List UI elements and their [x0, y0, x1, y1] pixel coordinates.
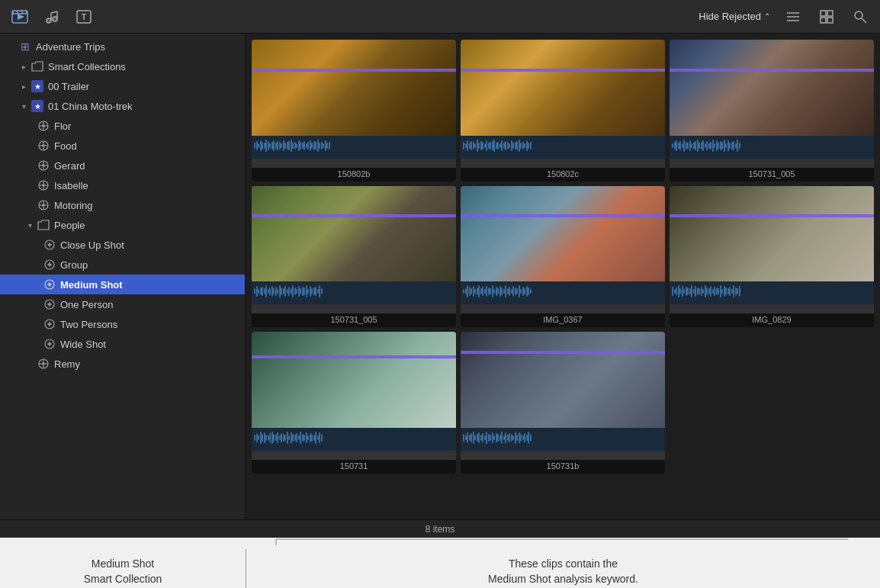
sidebar-label-00-trailer: 00 Trailer: [48, 81, 89, 92]
waveform-7: [252, 428, 456, 451]
smart-icon-group: [43, 258, 56, 272]
video-item-4[interactable]: 150731_005: [252, 186, 456, 328]
smart-icon-one-person: [43, 297, 56, 311]
disclosure-00-trailer[interactable]: [18, 81, 29, 92]
sidebar-item-motoring[interactable]: Motoring: [0, 195, 245, 215]
sidebar-label-01-china: 01 China Moto-trek: [48, 101, 133, 112]
sidebar-item-medium-shot[interactable]: Medium Shot: [0, 275, 245, 294]
svg-point-40: [42, 184, 45, 187]
video-thumb-6: [670, 186, 874, 314]
disclosure-smart-collections[interactable]: [18, 61, 29, 72]
selection-bar-4: [252, 214, 456, 217]
list-view-icon[interactable]: [782, 6, 804, 27]
smart-icon-two-persons: [43, 317, 56, 331]
video-image-5: [461, 186, 665, 282]
sidebar-item-flor[interactable]: Flor: [0, 116, 245, 136]
video-item-7[interactable]: 150731: [252, 332, 456, 474]
video-item-2[interactable]: 150802c: [461, 40, 665, 182]
svg-text:T: T: [82, 12, 87, 21]
content-area: 150802b 150802c: [246, 34, 880, 519]
sidebar-item-adventure-trips[interactable]: ⊞ Adventure Trips: [0, 37, 245, 56]
video-label-1: 150802b: [252, 168, 456, 182]
svg-marker-1: [18, 14, 24, 20]
video-item-5[interactable]: IMG_0367: [461, 186, 665, 328]
sidebar-item-01-china[interactable]: ★ 01 China Moto-trek: [0, 96, 245, 116]
sidebar-item-00-trailer[interactable]: ★ 00 Trailer: [0, 76, 245, 96]
waveform-1: [252, 136, 456, 159]
waveform-5: [461, 281, 665, 304]
sidebar-label-gerard: Gerard: [54, 160, 85, 172]
wf-5: [461, 281, 665, 301]
grid-view-icon[interactable]: [816, 6, 837, 27]
video-thumb-3: [670, 40, 874, 168]
sidebar-item-one-person[interactable]: One Person: [0, 294, 245, 314]
sidebar-item-close-up-shot[interactable]: Close Up Shot: [0, 235, 245, 255]
svg-point-28: [42, 124, 45, 127]
toolbar: T Hide Rejected ⌃: [0, 0, 880, 34]
svg-point-44: [42, 204, 45, 207]
video-thumb-5: [461, 186, 665, 314]
waveform-8: [461, 428, 665, 451]
disclosure-people[interactable]: [24, 220, 35, 230]
title-icon[interactable]: T: [73, 6, 95, 27]
video-item-6[interactable]: IMG_0829: [670, 186, 874, 328]
keyword-icon-flor: [37, 119, 50, 133]
sidebar-label-medium-shot: Medium Shot: [60, 279, 123, 291]
annotation-left: Medium Shot Smart Collection: [0, 557, 246, 586]
smart-icon-wide-shot: [43, 337, 56, 351]
video-label-7: 150731: [252, 460, 456, 474]
svg-rect-19: [821, 11, 826, 16]
annotation-left-text: Medium Shot Smart Collection: [84, 557, 162, 585]
sidebar-label-one-person: One Person: [60, 299, 113, 310]
sidebar-item-isabelle[interactable]: Isabelle: [0, 175, 245, 195]
waveform-3: [670, 136, 874, 159]
sidebar-label-group: Group: [60, 259, 88, 271]
disclosure-01-china[interactable]: [18, 101, 29, 111]
hide-rejected-button[interactable]: Hide Rejected ⌃: [699, 11, 770, 22]
video-label-5: IMG_0367: [461, 313, 665, 327]
sidebar-item-group[interactable]: Group: [0, 255, 245, 275]
sidebar-item-wide-shot[interactable]: Wide Shot: [0, 334, 245, 354]
video-thumb-8: [461, 332, 665, 460]
sidebar-label-food: Food: [54, 140, 77, 152]
main-area: ⊞ Adventure Trips Smart Collections ★ 00…: [0, 34, 880, 519]
hide-rejected-label: Hide Rejected: [699, 11, 761, 22]
video-item-8[interactable]: 150731b: [461, 332, 665, 474]
sidebar-label-two-persons: Two Persons: [60, 319, 117, 330]
video-image-2: [461, 40, 665, 136]
sidebar-item-gerard[interactable]: Gerard: [0, 156, 245, 175]
wf-3: [670, 136, 874, 156]
video-thumb-2: [461, 40, 665, 168]
waveform-4: [252, 281, 456, 304]
video-image-8: [461, 332, 665, 428]
video-image-3: [670, 40, 874, 136]
svg-point-12: [47, 19, 50, 22]
video-grid: 150802b 150802c: [252, 40, 874, 474]
chevron-up-icon: ⌃: [764, 12, 770, 21]
sidebar-item-food[interactable]: Food: [0, 136, 245, 156]
star-folder-icon-trailer: ★: [31, 79, 44, 93]
video-item-1[interactable]: 150802b: [252, 40, 456, 182]
selection-bar-2: [461, 69, 665, 72]
video-thumb-1: [252, 40, 456, 168]
wf-2: [461, 136, 665, 156]
sidebar-label-remy: Remy: [54, 358, 80, 370]
clips-icon[interactable]: [9, 6, 31, 27]
keyword-icon-remy: [37, 357, 50, 371]
sidebar-item-two-persons[interactable]: Two Persons: [0, 314, 245, 334]
waveform-2: [461, 136, 665, 159]
video-label-8: 150731b: [461, 460, 665, 474]
toolbar-left: T: [9, 6, 95, 27]
sidebar-item-smart-collections[interactable]: Smart Collections: [0, 56, 245, 76]
star-folder-icon-china: ★: [31, 99, 44, 113]
sidebar-label-motoring: Motoring: [54, 200, 93, 211]
video-thumb-7: [252, 332, 456, 460]
music-icon[interactable]: [41, 6, 63, 27]
star-box: ★: [31, 80, 43, 92]
keyword-icon-isabelle: [37, 178, 50, 192]
video-item-3[interactable]: 150731_005: [670, 40, 874, 182]
svg-point-23: [855, 11, 862, 19]
search-icon[interactable]: [849, 6, 871, 27]
sidebar-item-remy[interactable]: Remy: [0, 354, 245, 374]
sidebar-item-people[interactable]: People: [0, 215, 245, 235]
